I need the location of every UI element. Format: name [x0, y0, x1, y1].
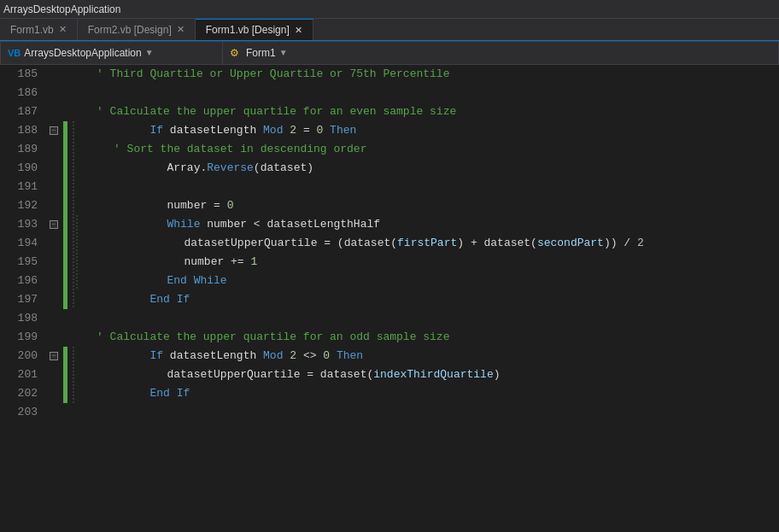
gutter-201	[44, 365, 63, 384]
line-numbers: 185 186 187 188 189 190 191 192 193 194 …	[0, 65, 44, 532]
tab-form1-vb-design-label: Form1.vb [Design]	[206, 24, 290, 36]
code-line-197: End If	[83, 290, 779, 309]
tab-bar: Form1.vb ✕ Form2.vb [Design] ✕ Form1.vb …	[0, 19, 779, 41]
line-185: 185	[0, 65, 44, 84]
code-line-188: If datasetLength Mod 2 = 0 Then	[83, 121, 779, 140]
line-198: 198	[0, 309, 44, 328]
form-icon: ⚙	[230, 47, 239, 59]
line-195: 195	[0, 253, 44, 272]
tab-form2-vb-design[interactable]: Form2.vb [Design] ✕	[78, 19, 196, 40]
gutter-190	[44, 159, 63, 178]
tab-form1-vb-label: Form1.vb	[10, 24, 54, 36]
gutter: − − −	[44, 65, 63, 532]
line-201: 201	[0, 365, 44, 384]
title-bar: ArraysDesktopApplication	[0, 0, 779, 19]
line-186: 186	[0, 84, 44, 102]
line-203: 203	[0, 403, 44, 422]
gutter-196	[44, 272, 63, 290]
gutter-199	[44, 328, 63, 347]
gutter-197	[44, 290, 63, 309]
dropdown-bar: VB ArraysDesktopApplication ▼ ⚙ Form1 ▼	[0, 41, 779, 65]
tab-form1-vb[interactable]: Form1.vb ✕	[0, 19, 78, 40]
class-dropdown-arrow: ▼	[145, 48, 154, 57]
code-line-185: ' Third Quartile or Upper Quartile or 75…	[83, 65, 779, 84]
tab-form1-vb-design-close[interactable]: ✕	[295, 25, 302, 36]
gutter-191	[44, 178, 63, 196]
class-dropdown[interactable]: VB ArraysDesktopApplication ▼	[0, 41, 222, 65]
gutter-193: −	[44, 215, 63, 234]
line-188: 188	[0, 121, 44, 140]
member-dropdown-text: Form1	[246, 47, 276, 59]
line-187: 187	[0, 102, 44, 121]
line-190: 190	[0, 159, 44, 178]
collapse-193[interactable]: −	[50, 220, 58, 229]
structure-svg	[67, 65, 79, 422]
gutter-198	[44, 309, 63, 328]
line-192: 192	[0, 196, 44, 215]
gutter-189	[44, 140, 63, 159]
gutter-202	[44, 384, 63, 403]
line-199: 199	[0, 328, 44, 347]
line-196: 196	[0, 272, 44, 290]
line-197: 197	[0, 290, 44, 309]
gutter-203	[44, 403, 63, 422]
structure-lines	[67, 65, 79, 532]
line-202: 202	[0, 384, 44, 403]
line-191: 191	[0, 178, 44, 196]
class-dropdown-text: ArraysDesktopApplication	[24, 47, 141, 59]
gutter-192	[44, 196, 63, 215]
gutter-187	[44, 102, 63, 121]
title-bar-text: ArraysDesktopApplication	[3, 3, 120, 15]
editor: 185 186 187 188 189 190 191 192 193 194 …	[0, 65, 779, 532]
vb-icon: VB	[8, 48, 20, 58]
tab-form2-vb-design-close[interactable]: ✕	[177, 24, 184, 35]
line-193: 193	[0, 215, 44, 234]
code-area[interactable]: ' Third Quartile or Upper Quartile or 75…	[79, 65, 779, 532]
member-dropdown-arrow: ▼	[279, 48, 288, 57]
collapse-200[interactable]: −	[50, 352, 58, 360]
gutter-194	[44, 234, 63, 253]
gutter-188: −	[44, 121, 63, 140]
gutter-195	[44, 253, 63, 272]
collapse-188[interactable]: −	[50, 126, 58, 135]
code-line-190: Array.Reverse(dataset)	[83, 159, 779, 178]
tab-form1-vb-close[interactable]: ✕	[59, 24, 67, 35]
tab-form1-vb-design[interactable]: Form1.vb [Design] ✕	[196, 19, 313, 40]
tab-form2-vb-design-label: Form2.vb [Design]	[88, 24, 172, 36]
gutter-185	[44, 65, 63, 84]
line-194: 194	[0, 234, 44, 253]
gutter-200: −	[44, 347, 63, 365]
gutter-186	[44, 84, 63, 102]
member-dropdown[interactable]: ⚙ Form1 ▼	[222, 41, 779, 65]
line-189: 189	[0, 140, 44, 159]
code-line-186	[83, 84, 779, 102]
line-200: 200	[0, 347, 44, 365]
